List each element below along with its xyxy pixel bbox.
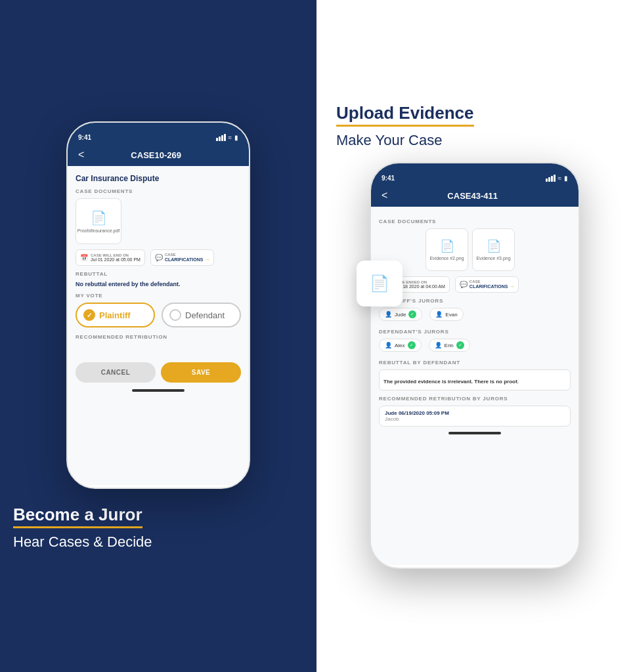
docs-row-right: 📄 📄 Evidence #2.png 📄 Evidence #3.png [379,228,571,271]
wifi-icon-right: ≈ [558,175,562,182]
vote-plaintiff-btn[interactable]: ✓ Plaintiff [76,303,155,327]
home-indicator-right [448,432,501,434]
juror-erin: 👤 Erin ✓ [429,339,470,352]
home-indicator [132,389,185,392]
plaintiffs-jurors-row: 👤 Jude ✓ 👤 Evan [379,308,571,324]
clarifications-label-right: CASE [469,280,515,284]
rebuttal-label-right: REBUTTAL BY DEFENDANT [379,360,571,366]
case-documents-label-right: CASE DOCUMENTS [379,219,571,224]
nav-title-right: CASE43-411 [387,191,557,201]
clarifications-badge[interactable]: 💬 CASE CLARIFICATIONS → [150,249,215,266]
right-phone-mockup: 9:41 ≈ ▮ < CASE43-411 [370,162,580,569]
right-panel-subtitle: Make Your Case [336,132,613,149]
rebuttal-text: No rebuttal entered by the defendant. [76,281,241,287]
evidence2-name: Evidence #2.png [429,256,464,261]
rebuttal-box: The provided evidence is irrelevant. The… [379,369,571,390]
juror-jude: 👤 Jude ✓ [379,308,422,321]
battery-icon-right: ▮ [564,175,568,182]
left-panel-subtitle: Hear Cases & Decide [13,534,303,551]
battery-icon: ▮ [234,134,238,141]
juror-evan-name: Evan [445,312,457,318]
back-button-right[interactable]: < [382,190,387,201]
wifi-icon: ≈ [229,134,232,141]
juror-alex: 👤 Alex ✓ [379,339,422,352]
phone-content-left: Car Insurance Dispute CASE DOCUMENTS 📄 P… [68,166,249,485]
evidence3-name: Evidence #3.png [476,256,510,261]
chat-icon-right: 💬 [460,281,468,288]
left-panel-title: Become a Juror [13,505,303,528]
upload-evidence-title: Upload Evidence [336,103,474,127]
retribution-user: Jacob [385,416,565,422]
floating-doc-icon: 📄 [370,274,389,293]
erin-voted-icon: ✓ [456,341,464,349]
left-phone-mockup: 9:41 ≈ ▮ < CASE10-269 [66,121,250,489]
user-icon-evan: 👤 [435,311,443,318]
case-end-date: Jul 01 2020 at 05:00 PM [91,257,141,262]
signal-icon [216,134,226,141]
right-panel-title: Upload Evidence [336,103,613,127]
right-phone-wrapper: 📄 9:41 ≈ ▮ [370,162,580,569]
nav-bar-right: < CASE43-411 [371,184,578,207]
evidence2-thumb[interactable]: 📄 Evidence #2.png [426,228,468,271]
docs-row: 📄 Proofofinsurance.pdf [76,198,241,244]
recommended-retribution-label: RECOMMENDED RETRIBUTION [76,334,241,340]
floating-doc: 📄 [357,261,403,306]
notch-right [448,163,501,175]
rebuttal-box-text: The provided evidence is irrelevant. The… [383,379,519,385]
retribution-box: Jude 06/19/2020 05:09 PM Jacob [379,406,571,427]
juror-erin-name: Erin [445,343,454,348]
user-icon-alex: 👤 [385,342,392,348]
vote-circle-icon [169,309,181,321]
vote-check-icon: ✓ [83,309,95,321]
calendar-icon: 📅 [80,254,88,261]
doc-file-icon: 📄 [91,210,107,226]
case-title: Car Insurance Dispute [76,174,241,183]
status-time-right: 9:41 [382,175,395,182]
retribution-label: RECOMMENDED RETRIBUTION BY JURORS [379,396,571,402]
vote-defendant-btn[interactable]: Defendant [162,303,241,327]
defendants-jurors-label: DEFENDANT'S JURORS [379,329,571,335]
notch [132,123,185,135]
vote-plaintiff-label: Plaintiff [99,310,131,320]
evidence3-icon: 📄 [487,239,501,253]
clarifications-text: CLARIFICATIONS [165,257,204,262]
cancel-button[interactable]: CANCEL [76,362,156,383]
left-phone-wrapper: 9:41 ≈ ▮ < CASE10-269 [66,121,250,489]
right-panel-heading: Upload Evidence Make Your Case [336,103,613,149]
plaintiffs-jurors-label: PLAINTIFF'S JURORS [379,298,571,304]
clarifications-text-right: CLARIFICATIONS [469,284,508,289]
doc-name: Proofofinsurance.pdf [77,228,120,233]
left-panel: 9:41 ≈ ▮ < CASE10-269 [0,0,316,672]
right-panel: Upload Evidence Make Your Case 📄 9:41 [316,0,633,672]
juror-evan: 👤 Evan [429,308,463,321]
case-end-badge: 📅 CASE WILL END ON Jul 01 2020 at 05:00 … [76,249,145,266]
status-time: 9:41 [78,134,91,141]
juror-alex-name: Alex [395,343,405,348]
alex-voted-icon: ✓ [408,341,416,349]
clarifications-label: CASE [165,253,210,257]
vote-row: ✓ Plaintiff Defendant [76,303,241,327]
become-juror-title: Become a Juror [13,505,142,528]
jude-voted-icon: ✓ [408,310,416,318]
chat-icon: 💬 [155,254,163,261]
vote-defendant-label: Defendant [185,310,225,320]
case-documents-label: CASE DOCUMENTS [76,188,241,194]
evidence2-icon: 📄 [440,239,454,253]
rebuttal-label: REBUTTAL [76,271,241,277]
defendants-jurors-row: 👤 Alex ✓ 👤 Erin ✓ [379,339,571,354]
info-row: 📅 CASE WILL END ON Jul 01 2020 at 05:00 … [76,249,241,266]
action-row: CANCEL SAVE [76,362,241,383]
user-icon-erin: 👤 [435,342,442,348]
save-button[interactable]: SAVE [161,362,241,383]
nav-title: CASE10-269 [84,150,228,160]
nav-bar: < CASE10-269 [68,144,249,166]
my-vote-label: MY VOTE [76,293,241,299]
evidence3-thumb[interactable]: 📄 Evidence #3.png [472,228,515,271]
back-button[interactable]: < [78,149,84,161]
phone-content-right: CASE DOCUMENTS 📄 📄 Evidence #2.png 📄 Evi… [371,207,578,565]
left-panel-heading: Become a Juror Hear Cases & Decide [13,505,303,551]
clarifications-badge-right[interactable]: 💬 CASE CLARIFICATIONS → [455,276,519,293]
document-thumb[interactable]: 📄 Proofofinsurance.pdf [76,198,121,244]
retribution-name: Jude 06/19/2020 05:09 PM [385,410,565,416]
info-row-right: 📅 CASE ENDED ON Jun 18 2020 at 04:00 AM … [379,276,571,293]
